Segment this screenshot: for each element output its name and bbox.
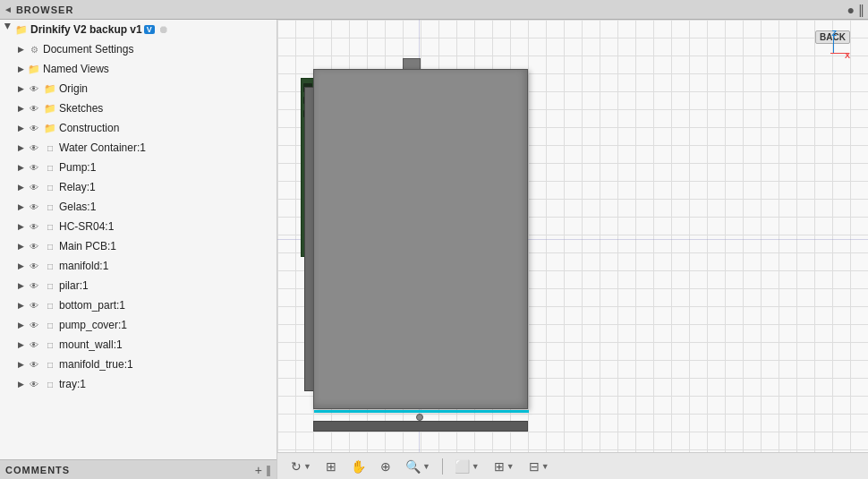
tree-item-mount-wall[interactable]: ▶ 👁 □ mount_wall:1 — [0, 335, 277, 355]
component-icon-pilar: □ — [43, 281, 57, 291]
tree-item-named-views[interactable]: ▶ 📁 Named Views — [0, 59, 277, 79]
comments-divider-icon[interactable]: ‖ — [266, 464, 271, 476]
orbit-button[interactable]: ↻ ▼ — [286, 457, 316, 476]
label-relay: Relay:1 — [59, 181, 96, 193]
component-icon-tray: □ — [43, 380, 57, 389]
panel-divider-icon[interactable]: ‖ — [858, 3, 864, 17]
expand-arrow-manifold-true[interactable]: ▶ — [14, 360, 27, 369]
component-icon-mount-wall: □ — [43, 340, 57, 350]
expand-arrow-pilar[interactable]: ▶ — [14, 281, 27, 290]
zoom-window-button[interactable]: 🔍 ▼ — [401, 457, 435, 476]
tree-item-main-pcb[interactable]: ▶ 👁 □ Main PCB:1 — [0, 236, 277, 256]
label-tray: tray:1 — [59, 378, 86, 390]
expand-arrow-construction[interactable]: ▶ — [14, 124, 27, 133]
label-named-views: Named Views — [43, 63, 109, 75]
tree-item-sketches[interactable]: ▶ 👁 📁 Sketches — [0, 98, 277, 118]
expand-arrow-document-settings[interactable]: ▶ — [14, 45, 27, 54]
comments-title: COMMENTS — [5, 465, 251, 475]
label-document-settings: Document Settings — [43, 43, 133, 56]
component-icon-pump: □ — [43, 163, 57, 173]
eye-icon-sketches[interactable]: 👁 — [27, 104, 41, 114]
display-button[interactable]: ⊟ ▼ — [524, 457, 554, 476]
expand-arrow-hc-sr04[interactable]: ▶ — [14, 222, 27, 231]
tree-item-document-settings[interactable]: ▶ ⚙ Document Settings — [0, 39, 277, 59]
tree-item-origin[interactable]: ▶ 👁 📁 Origin — [0, 79, 277, 98]
component-icon-bottom-part: □ — [43, 301, 57, 311]
tree-item-tray[interactable]: ▶ 👁 □ tray:1 — [0, 374, 277, 394]
view-cube-dropdown: ▼ — [472, 462, 480, 471]
zoom-fit-button[interactable]: ⊕ — [376, 457, 396, 476]
eye-icon-manifold-true[interactable]: 👁 — [27, 360, 41, 370]
view-cube-button[interactable]: ⬜ ▼ — [450, 457, 484, 476]
expand-arrow-gelas[interactable]: ▶ — [14, 202, 27, 211]
expand-arrow-named-views[interactable]: ▶ — [14, 64, 27, 73]
eye-icon-pilar[interactable]: 👁 — [27, 281, 41, 291]
expand-arrow-bottom-part[interactable]: ▶ — [14, 301, 27, 310]
tree-item-gelas[interactable]: ▶ 👁 □ Gelas:1 — [0, 197, 277, 217]
component-icon-hc-sr04: □ — [43, 222, 57, 232]
bottom-highlight-line — [314, 410, 529, 413]
label-main-pcb: Main PCB:1 — [59, 240, 116, 252]
component-icon-relay: □ — [43, 183, 57, 192]
tree-item-construction[interactable]: ▶ 👁 📁 Construction — [0, 118, 277, 138]
tree-item-water-container[interactable]: ▶ 👁 □ Water Container:1 — [0, 138, 277, 158]
expand-arrow-sketches[interactable]: ▶ — [14, 104, 27, 113]
grid-icon: ⊞ — [494, 459, 505, 474]
tree-item-manifold-true[interactable]: ▶ 👁 □ manifold_true:1 — [0, 355, 277, 374]
component-icon-main-pcb: □ — [43, 242, 57, 252]
eye-icon-manifold[interactable]: 👁 — [27, 261, 41, 271]
tree-item-relay[interactable]: ▶ 👁 □ Relay:1 — [0, 177, 277, 197]
tree-item-pilar[interactable]: ▶ 👁 □ pilar:1 — [0, 276, 277, 295]
eye-icon-bottom-part[interactable]: 👁 — [27, 301, 41, 311]
grid-button[interactable]: ⊞ ▼ — [489, 457, 519, 476]
expand-arrow-pump[interactable]: ▶ — [14, 163, 27, 172]
tree-root[interactable]: ▶ 📁 Drinkify V2 backup v1 V ⏺ — [0, 20, 277, 39]
object-container — [313, 69, 546, 418]
gear-icon-document-settings: ⚙ — [27, 45, 41, 55]
expand-arrow-pump-cover[interactable]: ▶ — [14, 321, 27, 329]
eye-icon-main-pcb[interactable]: 👁 — [27, 242, 41, 252]
axis-z-line — [833, 36, 834, 54]
pan-history-button[interactable]: ⊞ — [321, 457, 341, 476]
tree-item-bottom-part[interactable]: ▶ 👁 □ bottom_part:1 — [0, 295, 277, 315]
expand-arrow-relay[interactable]: ▶ — [14, 183, 27, 192]
root-expand-arrow[interactable]: ▶ — [4, 23, 13, 36]
expand-arrow-manifold[interactable]: ▶ — [14, 261, 27, 270]
eye-icon-mount-wall[interactable]: 👁 — [27, 340, 41, 350]
tree-item-hc-sr04[interactable]: ▶ 👁 □ HC-SR04:1 — [0, 217, 277, 236]
eye-icon-relay[interactable]: 👁 — [27, 183, 41, 192]
toolbar-separator-1 — [442, 458, 443, 475]
orbit-icon: ↻ — [291, 459, 302, 474]
circle-icon[interactable]: ● — [847, 3, 855, 17]
add-comment-icon[interactable]: + — [255, 463, 262, 477]
eye-icon-pump[interactable]: 👁 — [27, 163, 41, 173]
eye-icon-pump-cover[interactable]: 👁 — [27, 321, 41, 330]
record-icon[interactable]: ⏺ — [158, 23, 169, 36]
tree-item-pump-cover[interactable]: ▶ 👁 □ pump_cover:1 — [0, 315, 277, 335]
eye-icon-origin[interactable]: 👁 — [27, 84, 41, 94]
eye-icon-water-container[interactable]: 👁 — [27, 143, 41, 153]
eye-icon-construction[interactable]: 👁 — [27, 124, 41, 133]
label-construction: Construction — [59, 122, 119, 134]
eye-icon-tray[interactable]: 👁 — [27, 380, 41, 389]
folder-icon-origin: 📁 — [43, 83, 57, 95]
expand-arrow-tray[interactable]: ▶ — [14, 380, 27, 389]
folder-icon-sketches: 📁 — [43, 103, 57, 115]
expand-arrow-origin[interactable]: ▶ — [14, 84, 27, 93]
component-icon-manifold: □ — [43, 261, 57, 271]
main-box[interactable] — [313, 69, 528, 409]
eye-icon-gelas[interactable]: 👁 — [27, 202, 41, 212]
axis-indicator: BACK Z X — [814, 29, 850, 64]
pan-button[interactable]: ✋ — [346, 457, 370, 476]
eye-icon-hc-sr04[interactable]: 👁 — [27, 222, 41, 232]
back-arrow[interactable]: ◄ — [4, 4, 13, 14]
root-folder-icon: 📁 — [14, 24, 29, 36]
tree-item-manifold[interactable]: ▶ 👁 □ manifold:1 — [0, 256, 277, 276]
axis-z-label: Z — [832, 29, 838, 38]
zoom-window-icon: 🔍 — [405, 459, 421, 474]
expand-arrow-water-container[interactable]: ▶ — [14, 143, 27, 152]
folder-icon-named-views: 📁 — [27, 64, 41, 75]
tree-item-pump[interactable]: ▶ 👁 □ Pump:1 — [0, 158, 277, 177]
expand-arrow-mount-wall[interactable]: ▶ — [14, 340, 27, 349]
expand-arrow-main-pcb[interactable]: ▶ — [14, 242, 27, 251]
